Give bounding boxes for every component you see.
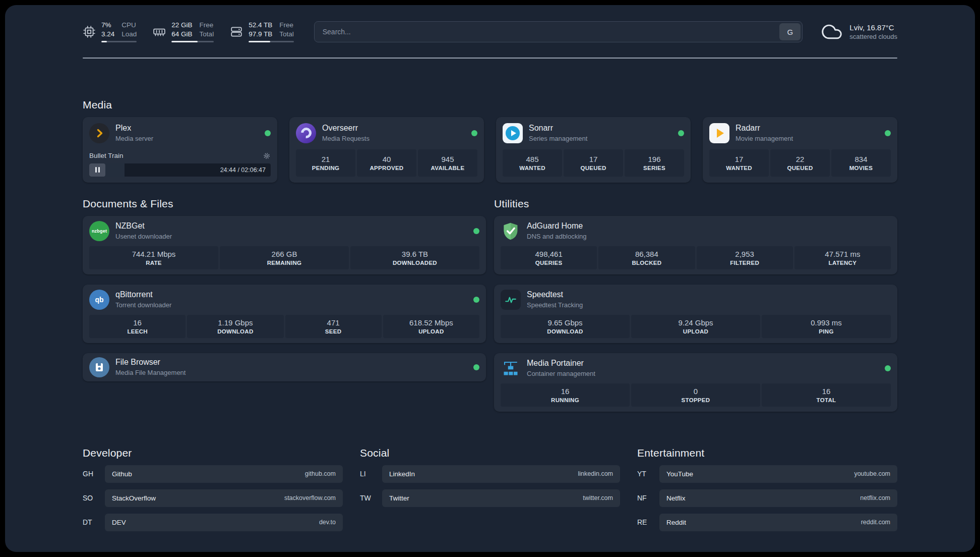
status-dot xyxy=(471,130,477,136)
adguard-card[interactable]: AdGuard Home DNS and adblocking 498,461Q… xyxy=(494,216,897,274)
media-progress-bar[interactable]: 24:44 / 02:06:47 xyxy=(89,163,271,177)
pause-button[interactable] xyxy=(89,163,105,177)
stat-box: 16RUNNING xyxy=(501,383,630,407)
service-subtitle: Container management xyxy=(527,370,595,377)
bookmark-link-youtube[interactable]: YouTube youtube.com xyxy=(659,465,897,483)
bookmark-link-github[interactable]: Github github.com xyxy=(105,465,343,483)
portainer-card[interactable]: Media Portainer Container management 16R… xyxy=(494,353,897,412)
bookmark-abbr: SO xyxy=(83,494,105,502)
radarr-icon xyxy=(709,123,729,143)
stat-box: 47.571 msLATENCY xyxy=(794,246,891,269)
bookmark-row: GH Github github.com xyxy=(83,465,343,483)
bookmark-row: TW Twitter twitter.com xyxy=(360,489,620,507)
stat-box: 945AVAILABLE xyxy=(418,149,477,177)
section-title-documents: Documents & Files xyxy=(83,198,486,210)
status-dot xyxy=(678,130,684,136)
media-grid: Plex Media server Bullet Train xyxy=(83,117,897,183)
service-name: Speedtest xyxy=(527,290,583,299)
cpu-widget: 7% 3.24 CPU Load xyxy=(83,21,137,42)
stat-box: 485WANTED xyxy=(503,149,562,177)
filebrowser-card[interactable]: File Browser Media File Management xyxy=(83,353,486,381)
radarr-card[interactable]: Radarr Movie management 17WANTED 22QUEUE… xyxy=(703,117,897,183)
stat-box: 22QUEUED xyxy=(770,149,830,177)
service-name: Plex xyxy=(115,124,153,133)
search-input[interactable] xyxy=(314,21,803,42)
top-bar: 7% 3.24 CPU Load xyxy=(83,18,897,45)
service-name: Overseerr xyxy=(322,124,370,133)
bookmark-abbr: NF xyxy=(637,494,659,502)
bookmark-abbr: GH xyxy=(83,470,105,478)
memory-free: 22 GiB xyxy=(171,21,192,29)
bookmark-abbr: DT xyxy=(83,518,105,526)
speedtest-card[interactable]: Speedtest Speedtest Tracking 9.65 GbpsDO… xyxy=(494,285,897,343)
utilities-column: Utilities xyxy=(494,198,897,412)
stat-box: 86,384BLOCKED xyxy=(598,246,695,269)
playback-time: 24:44 / 02:06:47 xyxy=(220,166,271,174)
bookmark-link-dev[interactable]: DEV dev.to xyxy=(105,514,343,531)
section-title-developer: Developer xyxy=(83,447,343,459)
service-subtitle: Media File Management xyxy=(115,369,186,376)
search-provider-button[interactable]: G xyxy=(779,23,801,40)
stat-box: 17QUEUED xyxy=(564,149,623,177)
status-dot xyxy=(885,365,891,371)
disk-label-top: Free xyxy=(279,21,294,29)
bookmark-link-linkedin[interactable]: LinkedIn linkedin.com xyxy=(382,465,620,483)
bookmark-abbr: TW xyxy=(360,494,382,502)
stat-box: 498,461QUERIES xyxy=(501,246,597,269)
service-subtitle: Speedtest Tracking xyxy=(527,301,583,309)
cloud-icon xyxy=(821,21,843,43)
service-name: Media Portainer xyxy=(527,359,595,368)
memory-label-bottom: Total xyxy=(200,30,214,38)
stat-box: 2,953FILTERED xyxy=(697,246,793,269)
stat-box: 9.24 GbpsUPLOAD xyxy=(631,315,760,338)
bookmark-abbr: YT xyxy=(637,470,659,478)
bookmarks-entertainment: Entertainment YT YouTube youtube.com NF … xyxy=(637,447,897,531)
cpu-label-bottom: Load xyxy=(121,30,137,38)
plex-icon xyxy=(89,123,109,143)
stat-box: 0.993 msPING xyxy=(762,315,891,338)
section-title-media: Media xyxy=(83,99,897,111)
plex-card[interactable]: Plex Media server Bullet Train xyxy=(83,117,277,183)
bookmarks-developer: Developer GH Github github.com SO StackO… xyxy=(83,447,343,531)
qbittorrent-icon: qb xyxy=(89,290,109,310)
weather-location: Lviv, 16.87°C xyxy=(849,23,897,32)
service-subtitle: Media server xyxy=(115,135,153,142)
overseerr-icon xyxy=(296,123,316,143)
service-name: AdGuard Home xyxy=(527,221,587,231)
portainer-crane-icon xyxy=(501,358,521,378)
stat-box: 471SEED xyxy=(285,315,382,338)
stat-box: 16LEECH xyxy=(89,315,186,338)
status-dot xyxy=(473,297,479,303)
bookmark-link-stackoverflow[interactable]: StackOverflow stackoverflow.com xyxy=(105,489,343,507)
weather-widget: Lviv, 16.87°C scattered clouds xyxy=(821,21,897,43)
service-subtitle: Movie management xyxy=(736,135,793,142)
bookmark-row: DT DEV dev.to xyxy=(83,514,343,531)
memory-total: 64 GiB xyxy=(171,30,192,38)
adguard-shield-icon xyxy=(501,221,521,241)
stat-box: 39.6 TBDOWNLOADED xyxy=(350,246,479,269)
sonarr-icon xyxy=(503,123,523,143)
memory-icon xyxy=(153,25,166,38)
bookmark-link-twitter[interactable]: Twitter twitter.com xyxy=(382,489,620,507)
stat-box: 1.19 GbpsDOWNLOAD xyxy=(187,315,283,338)
memory-widget: 22 GiB 64 GiB Free Total xyxy=(153,21,214,42)
now-playing-title: Bullet Train xyxy=(89,152,124,159)
bookmark-row: SO StackOverflow stackoverflow.com xyxy=(83,489,343,507)
stat-box: 40APPROVED xyxy=(357,149,416,177)
bookmark-row: NF Netflix netflix.com xyxy=(637,489,897,507)
memory-usage-bar xyxy=(171,41,214,42)
disk-widget: 52.4 TB 97.9 TB Free Total xyxy=(230,21,294,42)
bookmark-link-reddit[interactable]: Reddit reddit.com xyxy=(659,514,897,531)
bookmark-link-netflix[interactable]: Netflix netflix.com xyxy=(659,489,897,507)
qbittorrent-card[interactable]: qb qBittorrent Torrent downloader 16LEEC… xyxy=(83,285,486,343)
cpu-usage-bar xyxy=(101,41,137,42)
settings-gear-icon[interactable] xyxy=(263,152,271,160)
dashboard: 7% 3.24 CPU Load xyxy=(5,5,975,552)
stat-box: 21PENDING xyxy=(296,149,355,177)
nzbget-card[interactable]: nzbget NZBGet Usenet downloader 744.21 M… xyxy=(83,216,486,274)
overseerr-card[interactable]: Overseerr Media Requests 21PENDING 40APP… xyxy=(289,117,484,183)
stat-box: 266 GBREMAINING xyxy=(220,246,349,269)
bookmark-row: YT YouTube youtube.com xyxy=(637,465,897,483)
sonarr-card[interactable]: Sonarr Series management 485WANTED 17QUE… xyxy=(496,117,691,183)
bookmarks-social: Social LI LinkedIn linkedin.com TW Twitt… xyxy=(360,447,620,507)
